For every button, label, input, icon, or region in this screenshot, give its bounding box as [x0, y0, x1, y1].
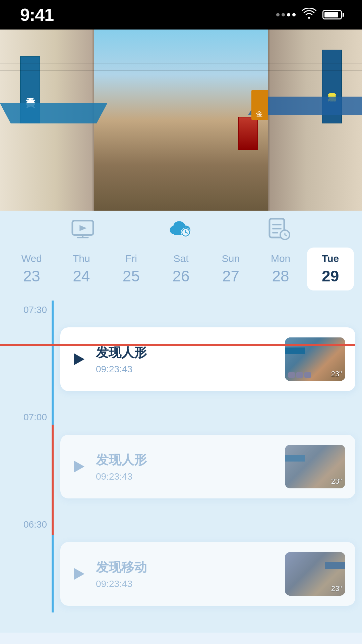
timeline-section: 07:30 发现人形 09:23:43	[0, 301, 362, 633]
awning-left	[0, 103, 107, 123]
spacer-top-0730	[60, 307, 355, 327]
red-vline-gap2	[52, 505, 54, 515]
event-info-3: 发现移动 09:23:43	[96, 559, 277, 589]
overhead-line-2	[0, 63, 362, 63]
event-col-0730: 发现人形 09:23:43 23"	[54, 301, 362, 398]
toolbar-cloud-button[interactable]	[169, 219, 193, 239]
toolbar-doc-button[interactable]	[267, 219, 291, 239]
red-line-segment-0700	[52, 425, 54, 505]
time-label-col-0700: 07:00	[0, 408, 54, 505]
time-label-0630: 06:30	[23, 515, 54, 530]
cloud-time-icon	[169, 219, 193, 239]
event-info-2: 发现人形 09:23:43	[96, 451, 277, 482]
thumb-duration-2: 23"	[331, 477, 342, 486]
signal-dot-4	[292, 13, 296, 16]
calendar-day-sat[interactable]: Sat 26	[158, 253, 204, 285]
event-thumb-2[interactable]: 23"	[285, 445, 345, 488]
signal-dot-3	[287, 13, 290, 16]
battery-fill	[324, 12, 338, 17]
event-title-2: 发现人形	[96, 451, 277, 469]
event-card-1[interactable]: 发现人形 09:23:43 23"	[60, 327, 355, 391]
toolbar-tv-button[interactable]	[71, 219, 95, 239]
event-card-3[interactable]: 发现移动 09:23:43 23"	[60, 542, 355, 606]
thumb-scooter-1b	[296, 372, 303, 378]
event-play-2	[70, 458, 88, 475]
status-time: 9:41	[20, 5, 54, 25]
calendar-day-fri[interactable]: Fri 25	[108, 253, 155, 285]
status-icons	[276, 8, 342, 22]
timeline-row-0700: 07:00 发现人形 09:23:43	[0, 408, 362, 505]
doc-time-icon	[267, 219, 291, 239]
wifi-icon	[302, 8, 316, 22]
time-label-col-0630: 06:30	[0, 515, 54, 612]
building-right: 元大禾鹿草保	[268, 30, 362, 211]
spacer-top-0700	[60, 415, 355, 435]
calendar-day-sun[interactable]: Sun 27	[207, 253, 254, 285]
event-card-2[interactable]: 发现人形 09:23:43 23"	[60, 435, 355, 498]
day-num-tue: 29	[322, 267, 339, 285]
calendar-strip: Wed 23 Thu 24 Fri 25 Sat 26 Sun 27 Mon 2…	[0, 248, 362, 301]
timeline-gap-1	[0, 398, 362, 408]
day-name-tue: Tue	[322, 253, 339, 264]
timeline-row-0730: 07:30 发现人形 09:23:43	[0, 301, 362, 398]
thumb-scooters-1	[288, 372, 311, 378]
thumb-duration-3: 23"	[331, 584, 342, 593]
thumb-scooter-1a	[288, 372, 295, 378]
time-label-col-0730: 07:30	[0, 301, 54, 398]
orange-sign: 金	[251, 90, 268, 120]
timeline-gap-2	[0, 505, 362, 515]
day-num-sun: 27	[222, 267, 239, 285]
calendar-day-thu[interactable]: Thu 24	[58, 253, 105, 285]
vertical-blue-line-0730	[52, 301, 54, 398]
event-time-3: 09:23:43	[96, 579, 277, 589]
play-icon-1	[74, 353, 84, 365]
day-num-wed: 23	[23, 267, 40, 285]
calendar-day-wed[interactable]: Wed 23	[8, 253, 55, 285]
day-name-sat: Sat	[173, 253, 188, 264]
day-name-sun: Sun	[222, 253, 240, 264]
hero-image: 吉美香 元大禾鹿草保 金	[0, 30, 362, 211]
calendar-day-mon[interactable]: Mon 28	[257, 253, 304, 285]
thumb-awning-2	[285, 455, 305, 462]
day-name-thu: Thu	[73, 253, 90, 264]
signal-dot-2	[282, 13, 285, 16]
day-num-thu: 24	[73, 267, 90, 285]
timeline-row-0630: 06:30 发现移动 09:23:43	[0, 515, 362, 612]
day-num-fri: 25	[123, 267, 140, 285]
day-num-sat: 26	[172, 267, 189, 285]
event-title-3: 发现移动	[96, 559, 277, 576]
day-name-wed: Wed	[21, 253, 42, 264]
building-left: 吉美香	[0, 30, 94, 211]
horizontal-red-line	[0, 344, 355, 346]
event-play-1	[70, 351, 88, 368]
bottom-spacer	[0, 612, 362, 633]
red-line-top-0630	[52, 515, 54, 535]
thumb-duration-1: 23"	[331, 370, 342, 378]
signal-dot-1	[276, 13, 280, 16]
vline-gap1	[52, 398, 54, 408]
calendar-days: Wed 23 Thu 24 Fri 25 Sat 26 Sun 27 Mon 2…	[7, 248, 355, 290]
time-label-0700: 07:00	[23, 408, 54, 423]
time-label-0730: 07:30	[23, 301, 54, 315]
event-time-2: 09:23:43	[96, 471, 277, 482]
battery-icon	[322, 10, 342, 19]
spacer-top-0630	[60, 522, 355, 542]
calendar-day-tue[interactable]: Tue 29	[307, 248, 354, 290]
signal-icon	[276, 13, 296, 16]
event-title-1: 发现人形	[96, 344, 277, 361]
day-name-mon: Mon	[271, 253, 290, 264]
event-col-0630: 发现移动 09:23:43 23"	[54, 515, 362, 612]
event-time-1: 09:23:43	[96, 364, 277, 375]
tv-play-icon	[71, 219, 95, 239]
event-col-0700: 发现人形 09:23:43 23"	[54, 408, 362, 505]
banner-right	[238, 117, 258, 150]
status-bar: 9:41	[0, 0, 362, 30]
thumb-awning-1	[285, 347, 305, 354]
event-thumb-3[interactable]: 23"	[285, 552, 345, 596]
thumb-scooter-1c	[304, 372, 311, 378]
play-icon-2	[74, 461, 84, 473]
day-num-mon: 28	[272, 267, 289, 285]
thumb-awning-3	[325, 562, 345, 569]
event-info-1: 发现人形 09:23:43	[96, 344, 277, 375]
toolbar	[0, 211, 362, 248]
